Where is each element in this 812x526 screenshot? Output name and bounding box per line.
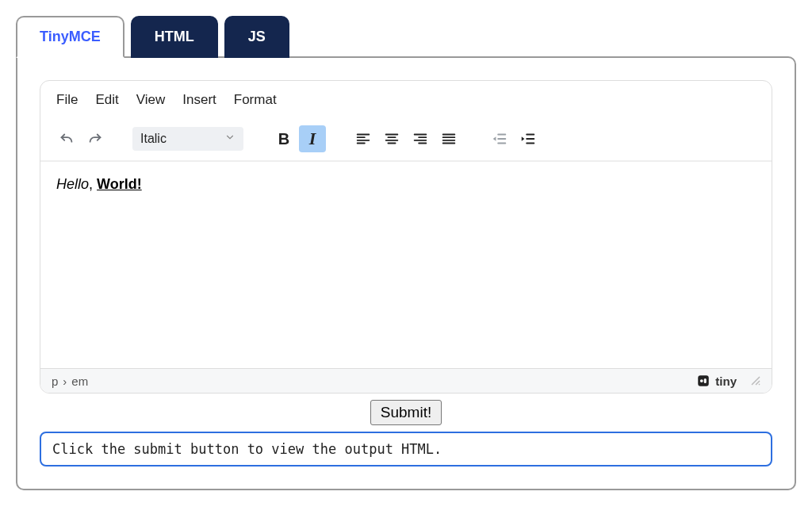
tab-bar: TinyMCE HTML JS (16, 16, 796, 58)
toolbar-indent-group (486, 125, 542, 152)
tab-js[interactable]: JS (224, 16, 289, 58)
submit-row: Submit! (40, 400, 772, 425)
align-left-icon (354, 130, 372, 148)
align-left-button[interactable] (350, 125, 377, 152)
svg-point-1 (700, 379, 703, 382)
toolbar-format-group: B I (270, 125, 326, 152)
indent-button[interactable] (515, 125, 542, 152)
toolbar: Italic B I (40, 119, 772, 162)
menu-insert[interactable]: Insert (182, 92, 216, 108)
submit-button[interactable]: Submit! (370, 400, 442, 425)
align-center-icon (383, 130, 400, 148)
menu-format[interactable]: Format (234, 92, 277, 108)
indent-icon (519, 130, 537, 148)
content-world: World! (97, 176, 142, 192)
font-style-select[interactable]: Italic (132, 127, 243, 151)
path-em: em (71, 374, 88, 388)
svg-rect-2 (704, 378, 707, 383)
statusbar: p › em tiny (40, 368, 772, 393)
element-path[interactable]: p › em (52, 374, 88, 388)
align-justify-icon (440, 130, 458, 148)
undo-button[interactable] (53, 125, 80, 152)
tiny-branding[interactable]: tiny (696, 374, 760, 388)
toolbar-history-group (53, 125, 109, 152)
menu-view[interactable]: View (136, 92, 166, 108)
path-p: p (52, 374, 58, 388)
menu-file[interactable]: File (56, 92, 78, 108)
align-justify-button[interactable] (435, 125, 462, 152)
chevron-down-icon (224, 132, 236, 146)
redo-icon (86, 130, 104, 148)
menubar: File Edit View Insert Format (40, 81, 772, 119)
editor-container: File Edit View Insert Format Italic (40, 80, 772, 394)
outdent-icon (491, 130, 508, 148)
align-right-icon (412, 130, 429, 148)
tiny-logo-icon (696, 374, 710, 388)
align-right-button[interactable] (407, 125, 434, 152)
content-comma: , (89, 176, 97, 192)
italic-button[interactable]: I (299, 125, 326, 152)
content-hello: Hello (56, 176, 89, 192)
output-box[interactable]: Click the submit button to view the outp… (40, 432, 772, 466)
toolbar-align-group (350, 125, 462, 152)
undo-icon (58, 130, 75, 148)
path-separator: › (63, 374, 67, 388)
align-center-button[interactable] (378, 125, 405, 152)
redo-button[interactable] (82, 125, 109, 152)
tab-tinymce[interactable]: TinyMCE (16, 16, 124, 58)
brand-text: tiny (715, 374, 737, 388)
editor-content[interactable]: Hello, World! (40, 162, 772, 368)
panel: File Edit View Insert Format Italic (16, 56, 796, 490)
svg-rect-0 (699, 375, 710, 386)
tab-html[interactable]: HTML (131, 16, 218, 58)
menu-edit[interactable]: Edit (95, 92, 118, 108)
resize-handle-icon[interactable] (749, 374, 760, 388)
outdent-button[interactable] (486, 125, 513, 152)
bold-button[interactable]: B (270, 125, 297, 152)
font-style-label: Italic (140, 132, 167, 146)
